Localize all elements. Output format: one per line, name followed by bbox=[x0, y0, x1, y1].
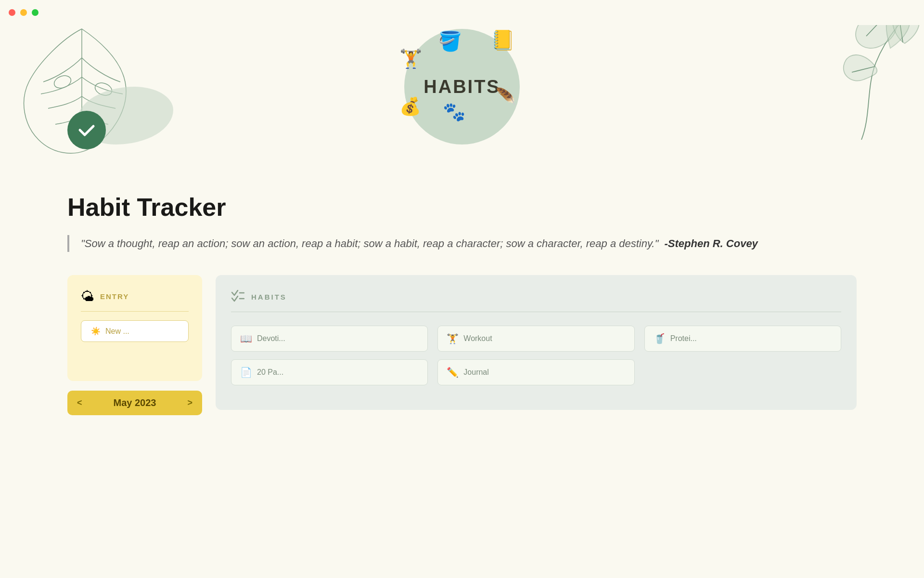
habit-icon: 🥤 bbox=[654, 333, 666, 344]
check-badge bbox=[67, 111, 106, 149]
entry-card-header: 🌤 ENTRY bbox=[81, 289, 189, 312]
calendar-nav: < May 2023 > bbox=[67, 391, 202, 415]
habit-label: 20 Pa... bbox=[257, 368, 283, 377]
habits-card: HABITS 📖Devoti...🏋️Workout🥤Protei...📄20 … bbox=[216, 275, 857, 410]
calendar-next-button[interactable]: > bbox=[187, 398, 192, 408]
watering-can-icon: 🪣 bbox=[438, 30, 462, 53]
habits-grid: 📖Devoti...🏋️Workout🥤Protei...📄20 Pa...✏️… bbox=[231, 326, 841, 385]
quote-author: -Stephen R. Covey bbox=[664, 237, 757, 250]
quote-block: "Sow a thought, reap an action; sow an a… bbox=[67, 235, 857, 252]
habit-label: Journal bbox=[463, 368, 488, 377]
habit-icon: 🏋️ bbox=[447, 333, 459, 344]
maximize-button[interactable] bbox=[32, 9, 38, 16]
paw-icon: 🐾 bbox=[443, 101, 465, 122]
new-entry-label: New ... bbox=[105, 327, 129, 336]
feather-icon: 🪶 bbox=[496, 87, 516, 106]
habit-icon: 📖 bbox=[240, 333, 252, 344]
habits-header-icon bbox=[231, 289, 244, 305]
logo-text: HABITS bbox=[424, 77, 500, 97]
habit-button[interactable]: 🏋️Workout bbox=[437, 326, 634, 352]
dumbbell-icon: 🏋️ bbox=[399, 48, 422, 69]
entry-header-icon: 🌤 bbox=[81, 289, 94, 304]
new-entry-icon: ☀️ bbox=[91, 327, 101, 336]
book-icon: 📒 bbox=[491, 29, 515, 52]
habit-label: Protei... bbox=[670, 334, 697, 343]
habit-label: Devoti... bbox=[257, 334, 285, 343]
habit-button[interactable]: 🥤Protei... bbox=[644, 326, 841, 352]
habit-button[interactable]: 📖Devoti... bbox=[231, 326, 428, 352]
page-title: Habit Tracker bbox=[67, 193, 857, 222]
close-button[interactable] bbox=[9, 9, 15, 16]
habit-button[interactable]: ✏️Journal bbox=[437, 359, 634, 385]
habit-label: Workout bbox=[463, 334, 492, 343]
svg-point-0 bbox=[52, 74, 73, 91]
entry-card: 🌤 ENTRY ☀️ New ... < May 2023 > bbox=[67, 275, 202, 415]
habit-icon: 📄 bbox=[240, 367, 252, 378]
new-entry-button[interactable]: ☀️ New ... bbox=[81, 320, 189, 342]
entry-header-label: ENTRY bbox=[100, 292, 129, 301]
moneybag-icon: 💰 bbox=[399, 96, 421, 117]
habit-button[interactable]: 📄20 Pa... bbox=[231, 359, 428, 385]
habit-icon: ✏️ bbox=[447, 367, 459, 378]
main-content: Habit Tracker "Sow a thought, reap an ac… bbox=[67, 193, 857, 415]
calendar-month-label: May 2023 bbox=[114, 397, 156, 408]
titlebar bbox=[0, 0, 924, 25]
minimize-button[interactable] bbox=[20, 9, 27, 16]
quote-text: "Sow a thought, reap an action; sow an a… bbox=[81, 237, 658, 250]
cards-row: 🌤 ENTRY ☀️ New ... < May 2023 > bbox=[67, 275, 857, 415]
calendar-prev-button[interactable]: < bbox=[77, 398, 82, 408]
habits-header-label: HABITS bbox=[251, 293, 287, 301]
habits-card-header: HABITS bbox=[231, 289, 841, 312]
hero-section: 🪣 🏋️ 📒 💰 🐾 🪶 HABITS bbox=[0, 0, 924, 188]
